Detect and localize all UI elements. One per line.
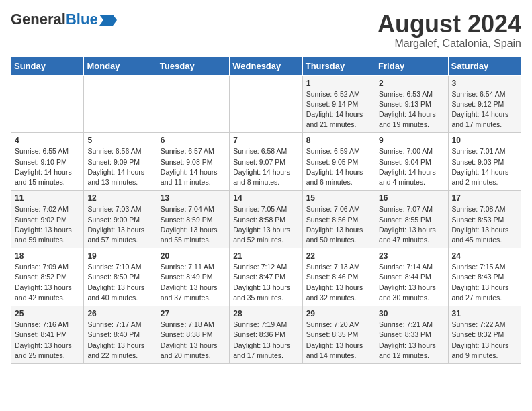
day-cell: 12Sunrise: 7:03 AM Sunset: 9:00 PM Dayli… (84, 191, 157, 248)
day-number: 1 (306, 79, 371, 88)
day-info: Sunrise: 7:17 AM Sunset: 8:40 PM Dayligh… (87, 320, 152, 361)
logo-text-general: General (11, 11, 66, 28)
day-number: 15 (306, 193, 371, 203)
day-info: Sunrise: 7:21 AM Sunset: 8:33 PM Dayligh… (379, 320, 444, 361)
day-info: Sunrise: 7:06 AM Sunset: 8:56 PM Dayligh… (306, 204, 371, 245)
day-cell (11, 75, 84, 133)
day-number: 30 (379, 309, 444, 318)
header-cell-wednesday: Wednesday (230, 56, 302, 75)
header-row: SundayMondayTuesdayWednesdayThursdayFrid… (11, 56, 521, 75)
page-header: General Blue August 2024 Margalef, Catal… (11, 11, 521, 50)
day-info: Sunrise: 7:20 AM Sunset: 8:35 PM Dayligh… (306, 320, 371, 361)
day-info: Sunrise: 7:03 AM Sunset: 9:00 PM Dayligh… (87, 204, 152, 245)
day-cell: 7Sunrise: 6:58 AM Sunset: 9:07 PM Daylig… (230, 133, 302, 191)
header-cell-saturday: Saturday (448, 56, 521, 75)
day-cell: 17Sunrise: 7:08 AM Sunset: 8:53 PM Dayli… (448, 191, 521, 248)
day-info: Sunrise: 7:22 AM Sunset: 8:32 PM Dayligh… (452, 320, 517, 361)
day-info: Sunrise: 7:15 AM Sunset: 8:43 PM Dayligh… (452, 262, 517, 303)
day-cell (157, 75, 229, 133)
day-number: 16 (379, 193, 444, 203)
day-number: 21 (233, 251, 298, 261)
day-cell: 27Sunrise: 7:18 AM Sunset: 8:38 PM Dayli… (157, 306, 229, 364)
day-cell: 1Sunrise: 6:52 AM Sunset: 9:14 PM Daylig… (302, 75, 375, 133)
calendar-header: SundayMondayTuesdayWednesdayThursdayFrid… (11, 56, 521, 75)
day-number: 24 (452, 251, 517, 261)
day-cell: 28Sunrise: 7:19 AM Sunset: 8:36 PM Dayli… (230, 306, 302, 364)
day-number: 19 (87, 251, 152, 261)
calendar-body: 1Sunrise: 6:52 AM Sunset: 9:14 PM Daylig… (11, 75, 521, 363)
week-row-5: 25Sunrise: 7:16 AM Sunset: 8:41 PM Dayli… (11, 306, 521, 364)
week-row-3: 11Sunrise: 7:02 AM Sunset: 9:02 PM Dayli… (11, 191, 521, 248)
day-number: 31 (452, 309, 517, 318)
day-info: Sunrise: 6:54 AM Sunset: 9:12 PM Dayligh… (452, 89, 517, 130)
day-info: Sunrise: 7:04 AM Sunset: 8:59 PM Dayligh… (161, 204, 226, 245)
day-number: 18 (15, 251, 80, 261)
day-cell: 11Sunrise: 7:02 AM Sunset: 9:02 PM Dayli… (11, 191, 84, 248)
day-info: Sunrise: 7:02 AM Sunset: 9:02 PM Dayligh… (15, 204, 80, 245)
header-cell-monday: Monday (84, 56, 157, 75)
day-number: 5 (87, 136, 152, 145)
day-cell: 23Sunrise: 7:14 AM Sunset: 8:44 PM Dayli… (375, 248, 448, 306)
day-number: 14 (233, 193, 298, 203)
day-info: Sunrise: 7:07 AM Sunset: 8:55 PM Dayligh… (379, 204, 444, 245)
day-cell: 6Sunrise: 6:57 AM Sunset: 9:08 PM Daylig… (157, 133, 229, 191)
day-number: 22 (306, 251, 371, 261)
day-info: Sunrise: 6:53 AM Sunset: 9:13 PM Dayligh… (379, 89, 444, 130)
day-cell: 15Sunrise: 7:06 AM Sunset: 8:56 PM Dayli… (302, 191, 375, 248)
header-cell-sunday: Sunday (11, 56, 84, 75)
day-info: Sunrise: 7:11 AM Sunset: 8:49 PM Dayligh… (161, 262, 226, 303)
day-info: Sunrise: 7:12 AM Sunset: 8:47 PM Dayligh… (233, 262, 298, 303)
day-info: Sunrise: 7:09 AM Sunset: 8:52 PM Dayligh… (15, 262, 80, 303)
day-number: 11 (15, 193, 80, 203)
day-info: Sunrise: 7:00 AM Sunset: 9:04 PM Dayligh… (379, 146, 444, 187)
day-cell: 18Sunrise: 7:09 AM Sunset: 8:52 PM Dayli… (11, 248, 84, 306)
day-info: Sunrise: 7:19 AM Sunset: 8:36 PM Dayligh… (233, 320, 298, 361)
logo-arrow-icon (99, 15, 117, 26)
day-number: 4 (15, 136, 80, 145)
day-number: 20 (161, 251, 226, 261)
day-info: Sunrise: 7:16 AM Sunset: 8:41 PM Dayligh… (15, 320, 80, 361)
day-cell: 22Sunrise: 7:13 AM Sunset: 8:46 PM Dayli… (302, 248, 375, 306)
day-cell: 24Sunrise: 7:15 AM Sunset: 8:43 PM Dayli… (448, 248, 521, 306)
header-cell-friday: Friday (375, 56, 448, 75)
week-row-1: 1Sunrise: 6:52 AM Sunset: 9:14 PM Daylig… (11, 75, 521, 133)
day-cell: 19Sunrise: 7:10 AM Sunset: 8:50 PM Dayli… (84, 248, 157, 306)
day-info: Sunrise: 7:10 AM Sunset: 8:50 PM Dayligh… (87, 262, 152, 303)
day-number: 9 (379, 136, 444, 145)
day-info: Sunrise: 7:08 AM Sunset: 8:53 PM Dayligh… (452, 204, 517, 245)
day-cell: 3Sunrise: 6:54 AM Sunset: 9:12 PM Daylig… (448, 75, 521, 133)
day-number: 10 (452, 136, 517, 145)
day-number: 28 (233, 309, 298, 318)
calendar-title: August 2024 (378, 11, 521, 38)
day-number: 6 (161, 136, 226, 145)
day-cell: 13Sunrise: 7:04 AM Sunset: 8:59 PM Dayli… (157, 191, 229, 248)
day-number: 8 (306, 136, 371, 145)
day-info: Sunrise: 6:52 AM Sunset: 9:14 PM Dayligh… (306, 89, 371, 130)
day-info: Sunrise: 6:58 AM Sunset: 9:07 PM Dayligh… (233, 146, 298, 187)
day-number: 7 (233, 136, 298, 145)
day-cell: 30Sunrise: 7:21 AM Sunset: 8:33 PM Dayli… (375, 306, 448, 364)
day-number: 23 (379, 251, 444, 261)
day-number: 29 (306, 309, 371, 318)
day-info: Sunrise: 6:57 AM Sunset: 9:08 PM Dayligh… (161, 146, 226, 187)
logo: General Blue (11, 11, 117, 28)
day-cell: 9Sunrise: 7:00 AM Sunset: 9:04 PM Daylig… (375, 133, 448, 191)
day-cell (84, 75, 157, 133)
day-number: 26 (87, 309, 152, 318)
week-row-2: 4Sunrise: 6:55 AM Sunset: 9:10 PM Daylig… (11, 133, 521, 191)
day-cell: 29Sunrise: 7:20 AM Sunset: 8:35 PM Dayli… (302, 306, 375, 364)
day-cell: 10Sunrise: 7:01 AM Sunset: 9:03 PM Dayli… (448, 133, 521, 191)
day-number: 17 (452, 193, 517, 203)
day-cell: 21Sunrise: 7:12 AM Sunset: 8:47 PM Dayli… (230, 248, 302, 306)
day-info: Sunrise: 7:14 AM Sunset: 8:44 PM Dayligh… (379, 262, 444, 303)
calendar-subtitle: Margalef, Catalonia, Spain (378, 38, 521, 50)
day-number: 12 (87, 193, 152, 203)
day-cell: 4Sunrise: 6:55 AM Sunset: 9:10 PM Daylig… (11, 133, 84, 191)
day-number: 3 (452, 79, 517, 88)
day-number: 2 (379, 79, 444, 88)
day-cell: 26Sunrise: 7:17 AM Sunset: 8:40 PM Dayli… (84, 306, 157, 364)
day-info: Sunrise: 7:13 AM Sunset: 8:46 PM Dayligh… (306, 262, 371, 303)
day-number: 27 (161, 309, 226, 318)
day-info: Sunrise: 6:55 AM Sunset: 9:10 PM Dayligh… (15, 146, 80, 187)
day-info: Sunrise: 7:01 AM Sunset: 9:03 PM Dayligh… (452, 146, 517, 187)
